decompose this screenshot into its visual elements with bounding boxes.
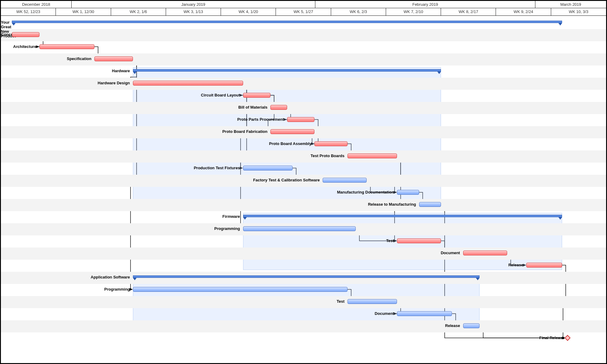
- task-bar[interactable]: [94, 56, 133, 61]
- gantt-row: [1, 53, 606, 66]
- month-cell: February 2019: [315, 1, 535, 8]
- task-label: Release: [1, 263, 523, 267]
- task-bar[interactable]: [39, 44, 94, 49]
- task-label: Application Software: [1, 275, 130, 279]
- week-cell: WK 3, 1/13: [166, 8, 221, 15]
- month-cell: January 2019: [72, 1, 315, 8]
- week-cell: WK 8, 2/17: [441, 8, 496, 15]
- task-label: Test: [1, 299, 344, 304]
- task-bar[interactable]: [397, 238, 441, 243]
- task-label: Test Proto Boards: [1, 153, 344, 158]
- task-bar[interactable]: [314, 141, 348, 146]
- task-bar[interactable]: [243, 166, 293, 170]
- summary-bar[interactable]: [243, 215, 562, 217]
- task-label: Proto Board Assembly: [1, 141, 311, 146]
- task-label: Proto Parts Procurement: [1, 117, 284, 122]
- summary-bar[interactable]: [133, 69, 441, 72]
- task-label: Manufacturing Documentation: [1, 190, 394, 194]
- task-bar[interactable]: [419, 202, 441, 207]
- task-bar[interactable]: [397, 190, 419, 195]
- timeline-header: December 2018January 2019February 2019Ma…: [1, 1, 606, 16]
- gantt-frame: December 2018January 2019February 2019Ma…: [0, 0, 607, 364]
- week-row: WK 52, 12/23WK 1, 12/30WK 2, 1/6WK 3, 1/…: [1, 8, 606, 15]
- task-label: Hardware: [1, 69, 130, 73]
- week-cell: WK 5, 1/27: [276, 8, 331, 15]
- task-label: Concept: [1, 32, 9, 37]
- task-bar[interactable]: [463, 323, 480, 328]
- task-bar[interactable]: [397, 311, 452, 316]
- week-cell: WK 4, 1/20: [221, 8, 276, 15]
- task-label: Bill of Materials: [1, 105, 267, 110]
- task-bar[interactable]: [133, 81, 243, 86]
- task-label: Programming: [1, 287, 130, 292]
- task-bar[interactable]: [270, 105, 287, 110]
- task-label: Production Test Fixtures: [1, 166, 240, 170]
- month-row: December 2018January 2019February 2019Ma…: [1, 1, 606, 8]
- task-label: Release: [1, 323, 460, 328]
- gantt-row: [1, 17, 606, 29]
- task-label: Document: [1, 251, 460, 255]
- week-cell: WK 10, 3/3: [551, 8, 606, 15]
- month-cell: December 2018: [1, 1, 72, 8]
- task-bar[interactable]: [243, 226, 356, 231]
- task-bar[interactable]: [526, 263, 562, 268]
- task-label: Test: [1, 238, 394, 243]
- task-label: Factory Test & Calibration Software: [1, 178, 320, 182]
- task-bar[interactable]: [348, 299, 397, 304]
- week-cell: WK 6, 2/3: [331, 8, 386, 15]
- summary-bar[interactable]: [12, 21, 562, 23]
- summary-bar[interactable]: [133, 275, 480, 278]
- task-label: Release to Manufacturing: [1, 202, 416, 207]
- task-label: Final Release: [1, 335, 565, 340]
- task-label: Programming: [1, 226, 240, 231]
- task-bar[interactable]: [243, 93, 271, 98]
- week-cell: WK 2, 1/6: [111, 8, 166, 15]
- task-bar[interactable]: [463, 251, 507, 255]
- task-label: Architecture: [1, 44, 36, 49]
- task-bar[interactable]: [270, 129, 314, 134]
- month-cell: March 2019: [535, 1, 606, 8]
- week-cell: WK 52, 12/23: [1, 8, 56, 15]
- task-bar[interactable]: [287, 117, 315, 122]
- task-bar[interactable]: [348, 153, 397, 158]
- week-cell: WK 1, 12/30: [56, 8, 111, 15]
- task-label: Firmware: [1, 214, 240, 219]
- task-label: Hardware Design: [1, 81, 130, 85]
- week-cell: WK 7, 2/10: [386, 8, 441, 15]
- task-label: Specification: [1, 56, 91, 61]
- task-bar[interactable]: [12, 32, 39, 37]
- task-bar[interactable]: [133, 287, 348, 292]
- week-cell: WK 9, 2/24: [496, 8, 551, 15]
- task-label: Proto Board Fabrication: [1, 129, 267, 134]
- task-label: Circuit Board Layout: [1, 93, 240, 97]
- task-label: Document: [1, 311, 394, 316]
- gantt-row: [1, 29, 606, 41]
- task-bar[interactable]: [323, 178, 367, 183]
